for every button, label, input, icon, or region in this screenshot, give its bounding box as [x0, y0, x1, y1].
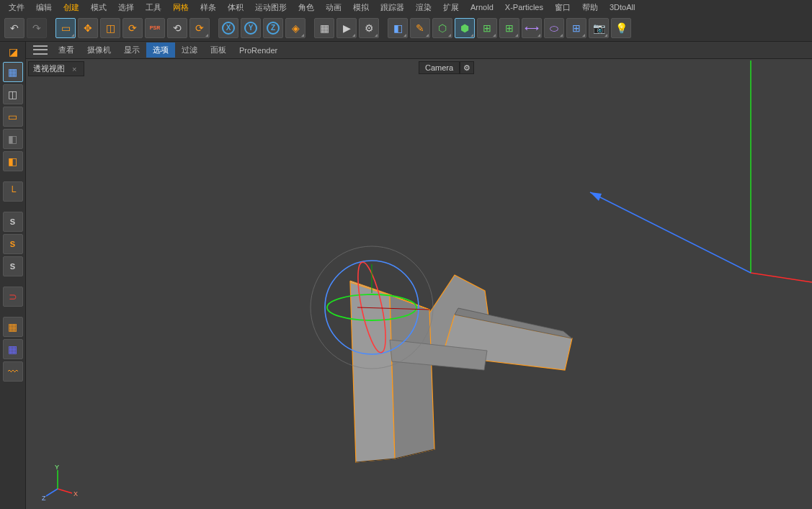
move-icon: ✥	[84, 23, 92, 33]
cloth-button[interactable]: 〰	[3, 361, 23, 382]
rotate-icon: ⟳	[128, 23, 137, 33]
menu-file[interactable]: 文件	[3, 0, 30, 15]
render-view-button[interactable]: ▦	[314, 18, 334, 38]
gear-icon: ⚙	[365, 23, 374, 33]
render-settings-button[interactable]: ⚙	[359, 18, 379, 38]
rotate-button[interactable]: ⟳	[122, 18, 143, 38]
workplane-mode-button[interactable]: ▭	[3, 107, 23, 127]
menu-volume[interactable]: 体积	[222, 0, 249, 15]
render-pv-button[interactable]: ▶	[336, 18, 357, 38]
model-mode-icon: ▦	[8, 67, 17, 77]
svg-marker-3	[350, 282, 395, 462]
generator-button[interactable]: ⬡	[432, 18, 452, 38]
menu-xparticles[interactable]: X-Particles	[499, 1, 549, 14]
menu-render[interactable]: 渲染	[410, 0, 437, 15]
psr-button[interactable]: PSR	[145, 18, 165, 38]
model-mode-button[interactable]: ▦	[3, 62, 23, 82]
axis-mode-button[interactable]: └	[3, 181, 23, 202]
spline-button[interactable]: ✎	[410, 18, 430, 38]
menu-character[interactable]: 角色	[293, 0, 320, 15]
floor-grid-icon: ⊞	[572, 23, 581, 33]
axis-x-button[interactable]: X	[218, 18, 238, 38]
menu-simulate[interactable]: 模拟	[347, 0, 375, 15]
menu-edit[interactable]: 编辑	[30, 0, 58, 15]
vp-menu-display[interactable]: 显示	[117, 42, 146, 58]
world-x-axis	[751, 273, 812, 282]
menu-3dtoall[interactable]: 3DtoAll	[604, 1, 641, 14]
array-button[interactable]: ⊞	[499, 18, 519, 38]
rectangle-select-icon: ▭	[61, 23, 71, 33]
menu-tools[interactable]: 工具	[140, 0, 167, 15]
menu-tracker[interactable]: 跟踪器	[375, 0, 410, 15]
undo-button[interactable]: ↶	[4, 18, 24, 38]
workplane-icon: ▭	[8, 112, 17, 122]
floor-button[interactable]: ⊞	[566, 18, 586, 38]
menu-bar: 文件 编辑 创建 模式 选择 工具 网格 样条 体积 运动图形 角色 动画 模拟…	[0, 0, 812, 14]
psr-icon: PSR	[150, 25, 160, 30]
world-z-axis	[590, 192, 751, 273]
object-mode-icon: ◧	[8, 134, 17, 144]
axis-y-icon: Y	[244, 22, 257, 35]
camera-create-button[interactable]: ⟷	[522, 18, 542, 38]
scale-button[interactable]: ◫	[100, 18, 120, 38]
light-obj-button[interactable]: 💡	[611, 18, 631, 38]
menu-help[interactable]: 帮助	[576, 0, 604, 15]
menu-extensions[interactable]: 扩展	[437, 0, 465, 15]
menu-select[interactable]: 选择	[112, 0, 140, 15]
snap-s1-button[interactable]: S	[3, 212, 23, 232]
axis-l-icon: └	[9, 186, 17, 197]
redo-icon: ↷	[32, 23, 41, 33]
camera-icon: 📷	[593, 23, 605, 33]
instance-icon: ⊞	[505, 23, 514, 33]
live-selection-button[interactable]: ▭	[55, 18, 76, 38]
menu-mesh[interactable]: 网格	[167, 0, 195, 15]
coord-system-button[interactable]: ◈	[285, 18, 305, 38]
axis-z-icon: Z	[267, 22, 280, 35]
magnet-button[interactable]: ⊃	[3, 287, 23, 307]
vp-menu-prorender[interactable]: ProRender	[233, 44, 284, 57]
camera-obj-button[interactable]: 📷	[589, 18, 609, 38]
environment-button[interactable]: ⊞	[477, 18, 497, 38]
axis-widget[interactable]: X Y Z	[42, 464, 78, 500]
axis-z-button[interactable]: Z	[263, 18, 283, 38]
menu-arnold[interactable]: Arnold	[465, 1, 499, 14]
viewport-menu-icon[interactable]	[33, 45, 48, 56]
light-shape-icon: ⬭	[550, 23, 558, 33]
menu-create[interactable]: 创建	[58, 0, 85, 15]
vp-menu-options[interactable]: 选项	[146, 42, 175, 58]
object-solid-button[interactable]: ◧	[3, 151, 23, 171]
menu-window[interactable]: 窗口	[549, 0, 576, 15]
pen-icon: ✎	[416, 23, 424, 33]
object-mode-button[interactable]: ◧	[3, 129, 23, 149]
snap-s3-button[interactable]: S	[3, 256, 23, 276]
snap-s2-button[interactable]: S	[3, 234, 23, 254]
bulb-icon: 💡	[615, 23, 628, 33]
axis-y-button[interactable]: Y	[241, 18, 261, 38]
coord-icon: ◈	[292, 23, 300, 33]
grid1-button[interactable]: ▦	[3, 317, 23, 337]
reset-psr-button[interactable]: ⟲	[167, 18, 187, 38]
selected-object[interactable]	[350, 275, 572, 462]
svg-line-13	[46, 489, 58, 496]
vp-menu-filter[interactable]: 过滤	[175, 42, 204, 58]
last-tool-button[interactable]: ⟳	[189, 18, 210, 38]
menu-animate[interactable]: 动画	[320, 0, 347, 15]
move-button[interactable]: ✥	[78, 18, 98, 38]
make-editable-button[interactable]: ◪	[3, 43, 23, 60]
menu-mode[interactable]: 模式	[85, 0, 112, 15]
menu-spline[interactable]: 样条	[195, 0, 222, 15]
primitive-button[interactable]: ◧	[388, 18, 408, 38]
magnet-icon: ⊃	[9, 292, 17, 302]
vp-menu-panel[interactable]: 面板	[204, 42, 233, 58]
redo-button[interactable]: ↷	[27, 18, 47, 38]
vp-menu-cameras[interactable]: 摄像机	[81, 42, 117, 58]
viewport[interactable]: 透视视图 × Camera ⚙	[26, 59, 812, 509]
axis-x-label: X	[73, 490, 78, 497]
texture-mode-button[interactable]: ◫	[3, 84, 23, 104]
texture-mode-icon: ◫	[8, 89, 17, 99]
light-create-button[interactable]: ⬭	[544, 18, 564, 38]
grid2-button[interactable]: ▦	[3, 339, 23, 359]
menu-mograph[interactable]: 运动图形	[249, 0, 293, 15]
vp-menu-view[interactable]: 查看	[52, 42, 81, 58]
deformer-button[interactable]: ⬢	[455, 18, 475, 38]
